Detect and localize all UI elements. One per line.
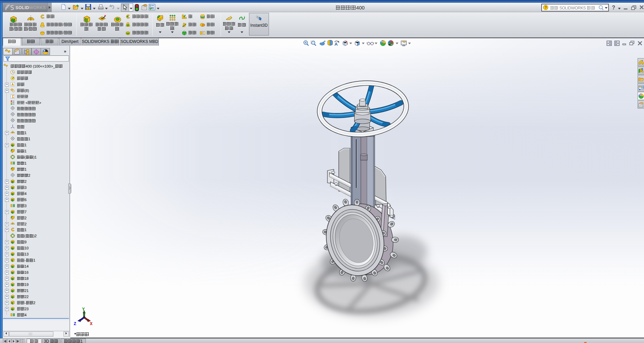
svg-text:?: ? [545, 5, 547, 9]
svg-text:Y: Y [82, 307, 85, 312]
svg-text:X: X [90, 321, 93, 326]
svg-text:Z: Z [74, 321, 76, 326]
svg-text:A: A [335, 42, 338, 47]
